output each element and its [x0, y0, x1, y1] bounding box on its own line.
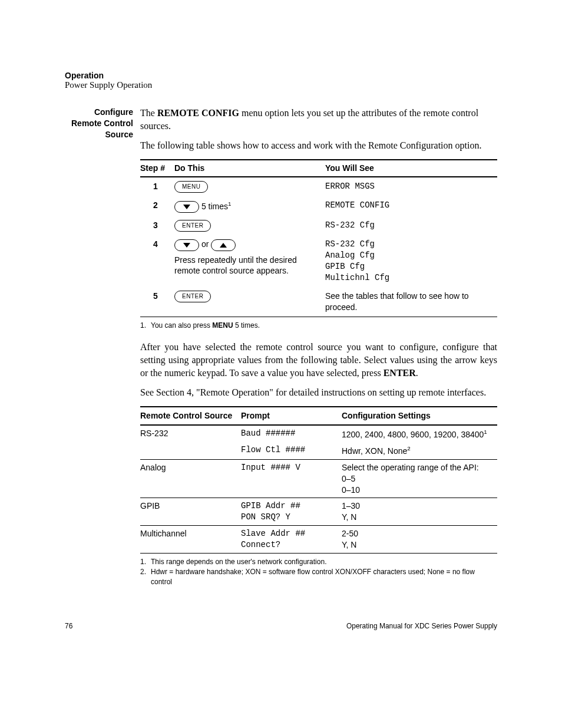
config: 1–30 Y, N: [342, 498, 497, 526]
text: 0–5: [342, 473, 494, 485]
prompt: Slave Addr ## Connect?: [241, 526, 342, 554]
text-bold: MENU: [212, 321, 233, 330]
table-row: Flow Ctl #### Hdwr, XON, None2: [140, 442, 497, 459]
step-num: 1: [140, 177, 174, 196]
text: 5 times.: [233, 321, 260, 330]
col-step: Step #: [140, 160, 174, 177]
page: Operation Power Supply Operation Configu…: [0, 0, 562, 666]
text: 0–10: [342, 485, 494, 496]
text: The: [140, 108, 157, 118]
running-header: Operation Power Supply Operation: [65, 71, 497, 90]
source-label: Analog: [140, 459, 241, 498]
text-bold: REMOTE CONFIG: [157, 108, 239, 118]
text: 5 times: [199, 202, 228, 211]
text: .: [416, 368, 418, 378]
step-do: 5 times1: [174, 196, 325, 216]
config: Hdwr, XON, None2: [342, 442, 497, 459]
text: Y, N: [342, 539, 494, 551]
text: PON SRQ? Y: [241, 512, 338, 523]
triangle-up-icon: [220, 243, 227, 248]
text: Hdwr, XON, None: [342, 446, 407, 456]
manual-title: Operating Manual for XDC Series Power Su…: [346, 622, 497, 630]
menu-key-icon: MENU: [174, 181, 208, 193]
footnote-num: 2.: [140, 567, 151, 587]
config: Select the operating range of the API: 0…: [342, 459, 497, 498]
text: RS-232 Cfg: [325, 239, 494, 250]
steps-table: Step # Do This You Will See 1 MENU ERROR…: [140, 159, 497, 317]
step-see: RS-232 Cfg Analog Cfg GPIB Cfg Multichnl…: [325, 235, 497, 287]
text: Multichnl Cfg: [325, 272, 494, 284]
text: Select the operating range of the API:: [342, 462, 494, 473]
text: After you have selected the remote contr…: [140, 342, 497, 377]
step-see: See the tables that follow to see how to…: [325, 287, 497, 317]
step-num: 2: [140, 196, 174, 216]
col-prompt: Prompt: [241, 407, 342, 425]
table-footnote: 1. You can also press MENU 5 times.: [140, 321, 497, 331]
page-footer: 76 Operating Manual for XDC Series Power…: [65, 622, 497, 630]
triangle-down-icon: [183, 243, 190, 248]
settings-table: Remote Control Source Prompt Configurati…: [140, 406, 497, 554]
text: 1200, 2400, 4800, 9600, 19200, 38400: [342, 429, 484, 439]
col-config: Configuration Settings: [342, 407, 497, 425]
text: GPIB Cfg: [325, 261, 494, 272]
side-heading: Configure Remote Control Source: [65, 107, 140, 587]
table-row: 2 5 times1 REMOTE CONFIG: [140, 196, 497, 216]
step-do: MENU: [174, 177, 325, 196]
footnote-text: You can also press MENU 5 times.: [151, 321, 260, 331]
col-see: You Will See: [325, 160, 497, 177]
prompt: GPIB Addr ## PON SRQ? Y: [241, 498, 342, 526]
footnote-num: 1.: [140, 321, 151, 331]
step-desc: Press repeatedly until the desired remot…: [174, 255, 322, 277]
mid-p2: See Section 4, "Remote Operation" for de…: [140, 386, 497, 399]
step-see: RS-232 Cfg: [325, 216, 497, 235]
step-do: ENTER: [174, 287, 325, 317]
text: 2-50: [342, 528, 494, 539]
table-row: RS-232 Baud ###### 1200, 2400, 4800, 960…: [140, 425, 497, 443]
intro-p1: The REMOTE CONFIG menu option lets you s…: [140, 107, 497, 132]
table-row: GPIB GPIB Addr ## PON SRQ? Y 1–30 Y, N: [140, 498, 497, 526]
source-label: GPIB: [140, 498, 241, 526]
footnote-num: 1.: [140, 557, 151, 567]
step-see: ERROR MSGS: [325, 177, 497, 196]
content-columns: Configure Remote Control Source The REMO…: [65, 107, 497, 587]
enter-key-icon: ENTER: [174, 220, 211, 232]
col-do: Do This: [174, 160, 325, 177]
up-arrow-key-icon: [211, 239, 236, 251]
table-row: Analog Input #### V Select the operating…: [140, 459, 497, 498]
step-see: REMOTE CONFIG: [325, 196, 497, 216]
footnote-ref: 2: [407, 445, 410, 452]
text: or: [199, 239, 211, 249]
down-arrow-key-icon: [174, 239, 199, 251]
empty: [140, 442, 241, 459]
text: Slave Addr ##: [241, 528, 338, 539]
prompt: Flow Ctl ####: [241, 442, 342, 459]
table-row: Multichannel Slave Addr ## Connect? 2-50…: [140, 526, 497, 554]
table-row: 3 ENTER RS-232 Cfg: [140, 216, 497, 235]
text: Analog Cfg: [325, 250, 494, 261]
text: You can also press: [151, 321, 212, 330]
footnote-text: Hdwr = hardware handshake; XON = softwar…: [151, 567, 497, 587]
text: Y, N: [342, 512, 494, 523]
text: 1–30: [342, 500, 494, 512]
config: 2-50 Y, N: [342, 526, 497, 554]
col-source: Remote Control Source: [140, 407, 241, 425]
source-label: RS-232: [140, 425, 241, 443]
footnote-ref: 1: [484, 429, 487, 435]
header-title: Operation: [65, 71, 497, 80]
table-row: 4 or Press repeatedly until the desired …: [140, 235, 497, 287]
text: GPIB Addr ##: [241, 500, 338, 512]
footnote-ref: 1: [228, 200, 231, 207]
mid-p1: After you have selected the remote contr…: [140, 341, 497, 379]
prompt: Input #### V: [241, 459, 342, 498]
table-row: 1 MENU ERROR MSGS: [140, 177, 497, 196]
intro-p2: The following table shows how to access …: [140, 139, 497, 152]
source-label: Multichannel: [140, 526, 241, 554]
body-column: The REMOTE CONFIG menu option lets you s…: [140, 107, 497, 587]
table-row: 5 ENTER See the tables that follow to se…: [140, 287, 497, 317]
triangle-down-icon: [183, 205, 190, 209]
step-num: 3: [140, 216, 174, 235]
step-do: ENTER: [174, 216, 325, 235]
down-arrow-key-icon: [174, 201, 199, 213]
footnote-text: This range depends on the user's network…: [151, 557, 326, 567]
enter-key-icon: ENTER: [174, 291, 211, 302]
